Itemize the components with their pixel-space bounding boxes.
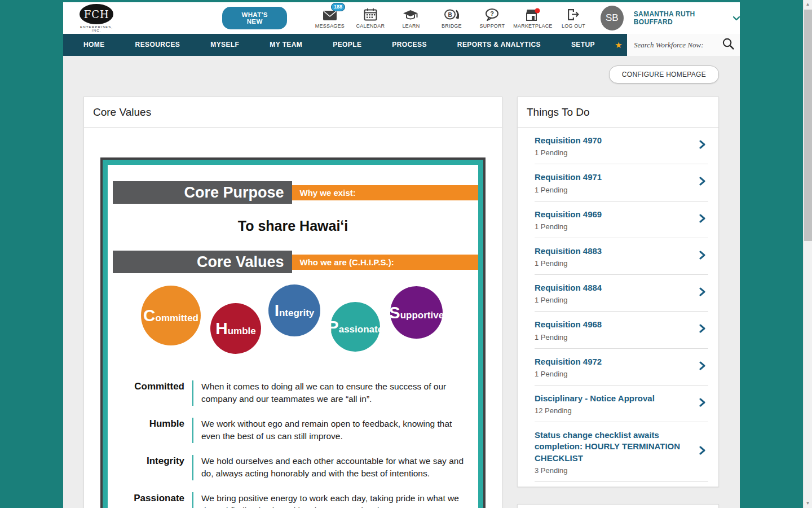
- definition-text: We work without ego and remain open to f…: [201, 418, 464, 443]
- nav-items: HOME RESOURCES MYSELF MY TEAM PEOPLE PRO…: [63, 34, 610, 56]
- definition-term: Passionate: [117, 492, 184, 508]
- todo-item-requisition-4971[interactable]: Requisition 4971 1 Pending: [518, 164, 718, 200]
- definition-passionate: Passionate We bring positive energy to w…: [117, 492, 464, 508]
- todo-item-requisition-4972[interactable]: Requisition 4972 1 Pending: [518, 349, 718, 385]
- scrollbar-down-arrow[interactable]: ▼: [804, 499, 812, 508]
- core-purpose-banner: Core Purpose Why we exist:: [108, 181, 478, 204]
- todo-item-requisition-4884[interactable]: Requisition 4884 1 Pending: [518, 275, 718, 311]
- todo-item-status-change-checklist[interactable]: Status change checklist awaits completio…: [518, 422, 718, 481]
- vertical-scrollbar[interactable]: ▲ ▼: [803, 0, 812, 508]
- todo-item-requisition-4970[interactable]: Requisition 4970 1 Pending: [518, 128, 718, 164]
- support-icon: ?: [472, 7, 513, 21]
- chevron-right-icon: [699, 177, 706, 188]
- nav-item-reports-analytics[interactable]: REPORTS & ANALYTICS: [442, 34, 556, 56]
- todo-item-requisition-4883[interactable]: Requisition 4883 1 Pending: [518, 238, 718, 274]
- chevron-right-icon: [699, 287, 706, 299]
- chevron-down-icon: [733, 13, 740, 23]
- bridge-label: BRIDGE: [431, 23, 472, 29]
- nav-item-myself[interactable]: MYSELF: [195, 34, 254, 56]
- core-purpose-subheading: Why we exist:: [292, 185, 478, 200]
- todo-item-title: Disciplinary - Notice Approval: [535, 393, 682, 404]
- messages-badge: 188: [331, 3, 345, 11]
- nav-item-resources[interactable]: RESOURCES: [120, 34, 196, 56]
- circle-label: Committed: [143, 306, 198, 325]
- search-input[interactable]: [634, 41, 722, 50]
- marketplace-button[interactable]: MARKETPLACE: [513, 7, 553, 29]
- nav-item-home[interactable]: HOME: [68, 34, 120, 56]
- definition-integrity: Integrity We hold ourselves and each oth…: [117, 455, 464, 480]
- todo-item-requisition-4969[interactable]: Requisition 4969 1 Pending: [518, 202, 718, 238]
- value-circle-humble: Humble: [210, 303, 261, 354]
- svg-text:B: B: [448, 12, 452, 18]
- todo-item-pending: 1 Pending: [535, 148, 696, 157]
- todo-item-pending: 1 Pending: [535, 296, 696, 304]
- value-circle-supportive: Supportive: [390, 286, 443, 339]
- support-label: SUPPORT: [472, 23, 513, 29]
- scrollbar-up-arrow[interactable]: ▲: [804, 0, 812, 9]
- nav-item-setup[interactable]: SETUP: [556, 34, 610, 56]
- nav-item-my-team[interactable]: MY TEAM: [254, 34, 317, 56]
- calendar-label: CALENDAR: [350, 23, 391, 29]
- user-name: SAMANTHA RUTH BOUFFARD: [634, 10, 728, 26]
- marketplace-label: MARKETPLACE: [513, 23, 553, 29]
- todo-item-disciplinary-notice-approval[interactable]: Disciplinary - Notice Approval 12 Pendin…: [518, 386, 718, 422]
- core-purpose-statement: To share Hawaiʻi: [108, 218, 478, 234]
- nav-item-people[interactable]: PEOPLE: [317, 34, 377, 56]
- todo-item-title: Requisition 4972: [535, 356, 682, 367]
- chevron-right-icon: [699, 446, 706, 457]
- learn-label: LEARN: [391, 23, 431, 29]
- logout-button[interactable]: LOG OUT: [553, 7, 594, 29]
- support-button[interactable]: ? SUPPORT: [472, 7, 513, 29]
- todo-item-requisition-4968[interactable]: Requisition 4968 1 Pending: [518, 312, 718, 348]
- user-avatar[interactable]: SB: [601, 6, 624, 30]
- messages-icon: 188: [310, 7, 350, 21]
- definition-term: Humble: [117, 418, 184, 443]
- circle-label: Humble: [215, 319, 256, 338]
- nav-item-process[interactable]: PROCESS: [377, 34, 442, 56]
- calendar-button[interactable]: CALENDAR: [350, 7, 391, 29]
- user-menu[interactable]: SAMANTHA RUTH BOUFFARD: [634, 10, 740, 26]
- value-circle-integrity: Integrity: [268, 284, 320, 336]
- configure-row: CONFIGURE HOMEPAGE: [83, 65, 719, 82]
- scrollbar-thumb[interactable]: [804, 10, 812, 241]
- todo-item-title: Requisition 4969: [535, 209, 682, 220]
- divider: [192, 418, 193, 443]
- svg-text:?: ?: [491, 10, 495, 17]
- company-logo-oval: FCH: [80, 4, 113, 24]
- core-values-banner: Core Values Who we are (C.H.I.P.S.):: [108, 251, 478, 273]
- core-values-subheading: Who we are (C.H.I.P.S.):: [292, 255, 478, 270]
- core-purpose-heading: Core Purpose: [113, 181, 292, 204]
- todo-item-title: Requisition 4884: [535, 282, 682, 294]
- core-values-card: Core Values Core Purpose Why we exist: T…: [83, 97, 502, 508]
- learn-button[interactable]: LEARN: [391, 7, 431, 29]
- chevron-right-icon: [699, 214, 706, 225]
- page-content: CONFIGURE HOMEPAGE Core Values Core Purp…: [63, 65, 740, 508]
- workforce-now-app: FCH ENTERPRISES, INC. WHAT'S NEW 188 MES…: [63, 0, 740, 508]
- bridge-button[interactable]: B BRIDGE: [431, 7, 472, 29]
- circle-label: Supportive: [389, 303, 444, 322]
- divider: [535, 481, 708, 482]
- definition-committed: Committed When it comes to doing all we …: [117, 380, 464, 406]
- configure-homepage-button[interactable]: CONFIGURE HOMEPAGE: [609, 65, 719, 84]
- search-box: [627, 34, 740, 56]
- todo-item-pending: 1 Pending: [535, 370, 696, 378]
- things-to-do-card: Things To Do Requisition 4970 1 Pending …: [517, 97, 719, 487]
- main-nav: HOME RESOURCES MYSELF MY TEAM PEOPLE PRO…: [63, 34, 740, 56]
- search-icon[interactable]: [722, 38, 735, 52]
- todo-item-pending: 1 Pending: [535, 259, 696, 268]
- definition-term: Integrity: [117, 455, 184, 480]
- logout-label: LOG OUT: [553, 23, 594, 29]
- divider: [192, 380, 193, 406]
- todo-item-title: Requisition 4970: [535, 135, 682, 146]
- core-values-card-title: Core Values: [84, 97, 502, 128]
- values-circles: Committed Humble Integrity Passionate Su…: [108, 283, 478, 369]
- todo-item-title: Requisition 4968: [535, 319, 682, 330]
- value-circle-committed: Committed: [141, 286, 201, 345]
- company-logo[interactable]: FCH ENTERPRISES, INC.: [76, 4, 117, 32]
- divider: [192, 455, 193, 480]
- whats-new-button[interactable]: WHAT'S NEW: [222, 7, 287, 29]
- messages-button[interactable]: 188 MESSAGES: [310, 7, 350, 29]
- favorites-star-icon[interactable]: [610, 34, 627, 56]
- bridge-icon: B: [431, 7, 472, 21]
- company-logo-subtext: ENTERPRISES, INC.: [76, 25, 117, 32]
